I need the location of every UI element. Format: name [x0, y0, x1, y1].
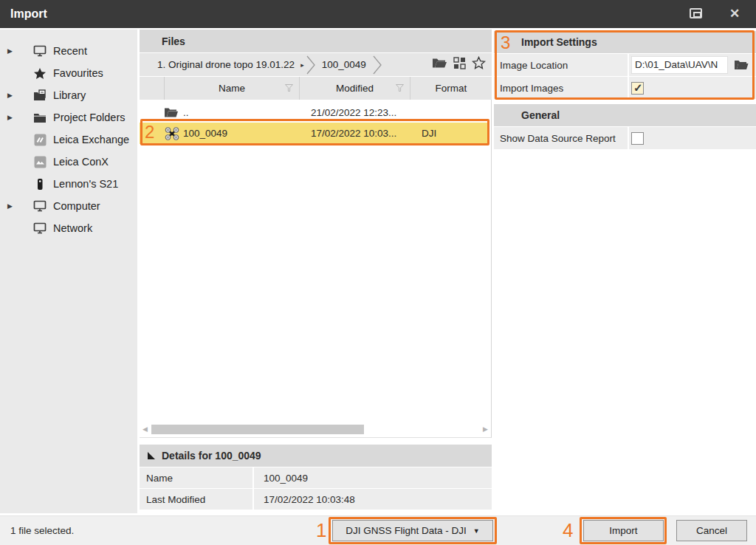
- horizontal-scrollbar[interactable]: ◀ ▶: [140, 422, 490, 436]
- selection-column-header: [140, 77, 164, 100]
- chevron-down-icon: ▼: [473, 527, 480, 535]
- expand-arrow-icon[interactable]: ▶: [7, 114, 16, 121]
- filter-funnel-icon[interactable]: [285, 84, 293, 92]
- file-name: 100_0049: [183, 128, 299, 139]
- selection-status: 1 file selected.: [10, 516, 74, 545]
- sidebar-item-label: Lennon's S21: [53, 178, 118, 190]
- show-data-source-report-label: Show Data Source Report: [494, 127, 629, 149]
- favourite-star-icon[interactable]: [472, 56, 486, 69]
- close-icon[interactable]: ✕: [729, 6, 740, 22]
- gnss-device-icon: [32, 177, 47, 191]
- details-panel-header[interactable]: Details for 100_0049: [140, 445, 492, 467]
- file-row-100-0049[interactable]: 100_0049 17/02/2022 10:03... DJI: [140, 123, 489, 144]
- import-button[interactable]: Import: [583, 520, 664, 541]
- collapse-triangle-icon: [148, 452, 155, 459]
- sidebar-item-favourites[interactable]: Favourites: [0, 62, 137, 84]
- sidebar-item-network[interactable]: Network: [0, 217, 137, 239]
- image-location-row: Image Location D:\01_Data\UAV\N: [494, 54, 756, 76]
- computer-icon: [32, 44, 47, 58]
- cancel-button[interactable]: Cancel: [676, 520, 747, 541]
- details-row-name: Name 100_0049: [140, 467, 492, 488]
- leica-conx-icon: [32, 155, 47, 168]
- file-format: DJI: [410, 128, 489, 139]
- sidebar-item-label: Network: [53, 222, 92, 234]
- format-dropdown[interactable]: DJI GNSS Flight Data - DJI ▼: [332, 520, 493, 541]
- restore-window-icon[interactable]: [690, 8, 702, 18]
- sidebar-item-label: Computer: [53, 200, 100, 212]
- file-modified: 21/02/2022 12:23...: [299, 107, 410, 118]
- image-location-input[interactable]: D:\01_Data\UAV\N: [631, 56, 728, 74]
- sidebar-item-label: Favourites: [53, 67, 103, 79]
- title-bar: Import ✕: [0, 0, 756, 28]
- files-panel-header: Files: [140, 30, 492, 52]
- general-title: General: [521, 109, 560, 121]
- computer-icon: [32, 222, 47, 235]
- browse-folder-icon[interactable]: [734, 59, 749, 71]
- sidebar-item-label: Leica Exchange: [53, 134, 129, 145]
- sidebar-item-label: Recent: [53, 45, 87, 57]
- scrollbar-thumb[interactable]: [151, 425, 364, 434]
- computer-icon: [32, 199, 47, 213]
- details-row-last-modified: Last Modified 17/02/2022 10:03:48: [140, 489, 492, 510]
- folder-icon: [32, 111, 47, 124]
- show-data-source-report-row: Show Data Source Report: [494, 127, 756, 149]
- open-folder-icon[interactable]: [432, 57, 447, 69]
- file-table-header: Name Modified Format: [140, 77, 492, 100]
- window-title: Import: [10, 0, 47, 28]
- show-data-source-report-checkbox[interactable]: [631, 132, 644, 145]
- general-header: General: [494, 104, 756, 126]
- details-value: 100_0049: [254, 473, 308, 484]
- sidebar-item-library[interactable]: ▶ Library: [0, 84, 137, 106]
- column-header-format[interactable]: Format: [410, 77, 492, 100]
- import-images-row: Import Images: [494, 77, 756, 99]
- star-icon: [32, 66, 47, 80]
- expand-arrow-icon[interactable]: ▶: [7, 47, 16, 55]
- drone-icon: [164, 127, 183, 140]
- file-row-parent-dir[interactable]: .. 21/02/2022 12:23...: [140, 102, 489, 123]
- breadcrumb-dropdown-arrow-icon[interactable]: ▸: [300, 61, 304, 69]
- column-header-modified[interactable]: Modified: [299, 77, 410, 100]
- image-location-label: Image Location: [494, 54, 629, 76]
- library-folder-icon: [32, 89, 47, 102]
- folder-open-icon: [164, 107, 183, 118]
- expand-arrow-icon[interactable]: ▶: [7, 92, 16, 99]
- column-header-name[interactable]: Name: [164, 77, 299, 100]
- sidebar-item-leica-exchange[interactable]: Leica Exchange: [0, 128, 137, 151]
- breadcrumb-segment-current[interactable]: 100_0049: [317, 59, 371, 70]
- sidebar-item-recent[interactable]: ▶ Recent: [0, 40, 137, 62]
- leica-exchange-icon: [32, 133, 47, 146]
- scroll-right-arrow-icon[interactable]: ▶: [483, 425, 488, 433]
- file-name: ..: [183, 107, 299, 118]
- details-value: 17/02/2022 10:03:48: [254, 494, 355, 505]
- breadcrumb-chevron-icon: [306, 55, 316, 75]
- files-panel-title: Files: [162, 35, 185, 47]
- sidebar-item-lennons-s21[interactable]: Lennon's S21: [0, 173, 137, 195]
- breadcrumb-segment-parent[interactable]: 1. Original drone topo 19.01.22: [153, 59, 299, 70]
- breadcrumb-chevron-icon: [372, 55, 382, 75]
- import-settings-header: Import Settings: [494, 31, 756, 53]
- import-images-checkbox[interactable]: [631, 82, 644, 95]
- navigation-sidebar: ▶ Recent Favourites ▶ Library ▶ Project …: [0, 30, 137, 513]
- file-modified: 17/02/2022 10:03...: [299, 128, 410, 139]
- view-mode-grid-icon[interactable]: [453, 57, 466, 69]
- expand-arrow-icon[interactable]: ▶: [7, 202, 16, 210]
- filter-funnel-icon[interactable]: [396, 84, 404, 92]
- sidebar-item-computer[interactable]: ▶ Computer: [0, 195, 137, 217]
- scroll-left-arrow-icon[interactable]: ◀: [142, 425, 148, 433]
- sidebar-item-project-folders[interactable]: ▶ Project Folders: [0, 106, 137, 128]
- import-settings-title: Import Settings: [521, 36, 597, 48]
- details-title: Details for 100_0049: [162, 450, 261, 462]
- breadcrumb: 1. Original drone topo 19.01.22 ▸ 100_00…: [140, 53, 492, 76]
- import-images-label: Import Images: [494, 77, 629, 99]
- sidebar-item-label: Project Folders: [53, 112, 126, 123]
- sidebar-item-leica-conx[interactable]: Leica ConX: [0, 151, 137, 173]
- sidebar-item-label: Leica ConX: [53, 156, 109, 168]
- file-list: .. 21/02/2022 12:23... 100_0049 17/02/20…: [140, 100, 492, 438]
- details-label: Name: [140, 467, 254, 488]
- details-label: Last Modified: [140, 489, 254, 510]
- sidebar-item-label: Library: [53, 89, 86, 101]
